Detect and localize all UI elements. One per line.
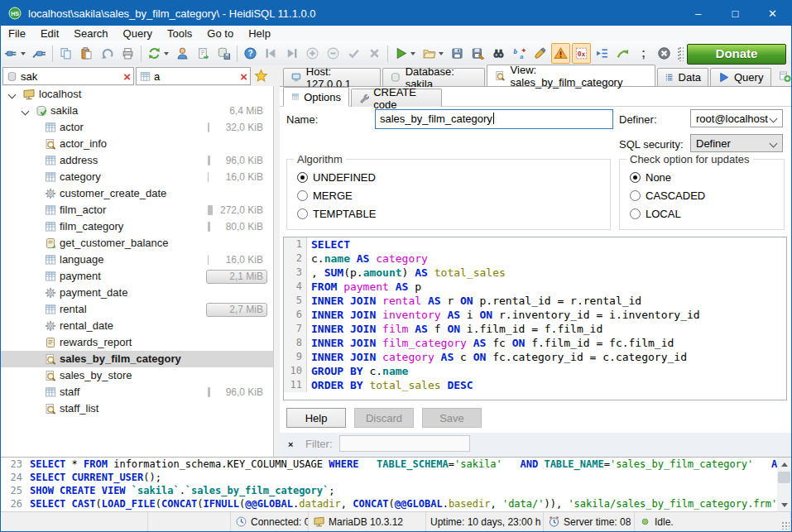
- radio-check-none[interactable]: None: [630, 171, 671, 184]
- post-changes-button[interactable]: [344, 43, 363, 64]
- menu-help[interactable]: Help: [241, 26, 278, 41]
- tree-item-localhost[interactable]: localhost: [1, 86, 273, 103]
- session-connect-button[interactable]: [2, 43, 28, 64]
- tree-item-rental[interactable]: rental2,7 MiB: [1, 301, 273, 318]
- tree-item-get_customer_balance[interactable]: get_customer_balance: [1, 235, 273, 252]
- radio-algorithm-merge[interactable]: MERGE: [297, 189, 353, 202]
- radio-algorithm-temptable[interactable]: TEMPTABLE: [297, 208, 376, 220]
- radio-check-cascaded[interactable]: CASCADED: [630, 189, 705, 202]
- tree-item-payment_date[interactable]: payment_date: [1, 285, 273, 301]
- refresh-button[interactable]: [145, 43, 171, 64]
- tree-item-film_category[interactable]: film_category80,0 KiB: [1, 218, 273, 235]
- new-query-tab-icon[interactable]: [778, 69, 791, 83]
- tab-options[interactable]: Options: [283, 87, 349, 107]
- log-scrollbar[interactable]: [777, 458, 791, 511]
- radio-icon[interactable]: [630, 172, 641, 183]
- clear-table-filter-icon[interactable]: ×: [240, 70, 247, 83]
- help-button[interactable]: Help: [286, 408, 346, 428]
- scroll-up-icon[interactable]: [777, 458, 791, 471]
- database-save-button[interactable]: [214, 43, 233, 64]
- tab-create-code[interactable]: CREATE code: [351, 89, 442, 107]
- radio-icon[interactable]: [297, 172, 308, 183]
- tab-database-sakila[interactable]: Database: sakila: [382, 68, 485, 86]
- toolbar-grip[interactable]: [679, 46, 684, 61]
- radio-algorithm-undefined[interactable]: UNDEFINED: [297, 171, 376, 184]
- tree-item-address[interactable]: address96,0 KiB: [1, 152, 273, 169]
- menu-go-to[interactable]: Go to: [199, 26, 241, 41]
- tree-item-customer_create_date[interactable]: customer_create_date: [1, 185, 273, 202]
- tree-item-rental_date[interactable]: rental_date: [1, 318, 273, 334]
- sql-editor[interactable]: 1SELECT2c.name AS category3, SUM(p.amoun…: [283, 237, 787, 400]
- maximize-button[interactable]: □: [717, 1, 754, 26]
- tree-item-rewards_report[interactable]: rewards_report: [1, 334, 273, 351]
- dropdown-caret-icon[interactable]: [410, 52, 415, 55]
- sql-log[interactable]: 23SELECT * FROM information_schema.KEY_C…: [1, 457, 791, 511]
- tree-item-language[interactable]: language16,0 KiB: [1, 252, 273, 268]
- dropdown-caret-icon[interactable]: [164, 52, 169, 55]
- radio-icon[interactable]: [297, 190, 308, 201]
- tree-item-staff[interactable]: staff96,0 KiB: [1, 384, 273, 400]
- binary-as-hex-button[interactable]: 0x: [572, 43, 591, 64]
- save-sql-as-button[interactable]: [468, 43, 487, 64]
- radio-icon[interactable]: [630, 190, 641, 201]
- radio-icon[interactable]: [297, 208, 308, 219]
- cancel-editing-button[interactable]: [365, 43, 384, 64]
- menu-tools[interactable]: Tools: [160, 26, 199, 41]
- database-tree[interactable]: localhostsakila6,4 MiBactor32,0 KiBactor…: [1, 86, 274, 457]
- minimize-button[interactable]: –: [679, 1, 717, 26]
- save-sql-button[interactable]: [448, 43, 467, 64]
- print-button[interactable]: [118, 43, 137, 64]
- clear-database-filter-icon[interactable]: ×: [123, 70, 131, 83]
- chevron-down-icon[interactable]: [22, 108, 30, 116]
- close-filter-icon[interactable]: ×: [288, 439, 293, 449]
- menu-query[interactable]: Query: [116, 26, 160, 41]
- first-row-button[interactable]: [262, 43, 281, 64]
- definer-combo[interactable]: root@localhost: [690, 109, 783, 127]
- chevron-down-icon[interactable]: [8, 91, 17, 99]
- undo-button[interactable]: [98, 43, 117, 64]
- paste-button[interactable]: [77, 43, 96, 64]
- sql-security-combo[interactable]: Definer: [690, 134, 783, 152]
- resize-grip[interactable]: [781, 521, 790, 530]
- session-disconnect-button[interactable]: [30, 43, 49, 64]
- menu-file[interactable]: File: [1, 26, 33, 41]
- tree-item-payment[interactable]: payment2,1 MiB: [1, 268, 273, 285]
- export-tables-button[interactable]: [194, 43, 213, 64]
- highlight-warnings-button[interactable]: [551, 43, 570, 64]
- tree-item-sales_by_film_category[interactable]: sales_by_film_category: [1, 351, 273, 367]
- tree-item-sales_by_store[interactable]: sales_by_store: [1, 367, 273, 384]
- find-replace-button[interactable]: ba: [510, 43, 529, 64]
- insert-row-button[interactable]: [303, 43, 322, 64]
- menu-edit[interactable]: Edit: [33, 26, 66, 41]
- delimiter-button[interactable]: ;: [634, 43, 653, 64]
- user-manager-button[interactable]: [173, 43, 192, 64]
- find-text-button[interactable]: [489, 43, 508, 64]
- tab-host-127-0-0-1[interactable]: Host: 127.0.0.1: [283, 68, 381, 86]
- dropdown-caret-icon[interactable]: [439, 52, 444, 55]
- discard-button[interactable]: Discard: [354, 408, 414, 428]
- tree-item-staff_list[interactable]: staff_list: [1, 400, 273, 417]
- view-name-input[interactable]: sales_by_film_category: [375, 109, 613, 129]
- tab-data[interactable]: Data: [657, 68, 708, 86]
- reconnect-button[interactable]: [613, 43, 632, 64]
- reformat-sql-button[interactable]: [530, 43, 550, 64]
- radio-icon[interactable]: [630, 208, 641, 219]
- tree-item-actor_info[interactable]: actor_info: [1, 136, 273, 152]
- favorites-star-icon[interactable]: [254, 69, 268, 83]
- online-help-button[interactable]: ?: [241, 43, 260, 64]
- table-filter-input[interactable]: a ×: [136, 67, 251, 85]
- tree-item-category[interactable]: category16,0 KiB: [1, 169, 273, 185]
- save-button[interactable]: Save: [422, 408, 482, 428]
- copy-button[interactable]: [56, 43, 75, 64]
- donate-button[interactable]: Donate: [687, 44, 786, 65]
- scrollbar-thumb[interactable]: [778, 472, 790, 483]
- tree-item-actor[interactable]: actor32,0 KiB: [1, 119, 273, 136]
- last-row-button[interactable]: [282, 43, 301, 64]
- execute-sql-button[interactable]: [391, 43, 418, 64]
- tree-item-sakila[interactable]: sakila6,4 MiB: [1, 103, 273, 119]
- tab-query[interactable]: Query: [710, 68, 771, 86]
- stop-query-button[interactable]: [655, 43, 674, 64]
- delete-row-button[interactable]: [324, 43, 343, 64]
- menu-search[interactable]: Search: [66, 26, 115, 41]
- tree-item-film_actor[interactable]: film_actor272,0 KiB: [1, 202, 273, 218]
